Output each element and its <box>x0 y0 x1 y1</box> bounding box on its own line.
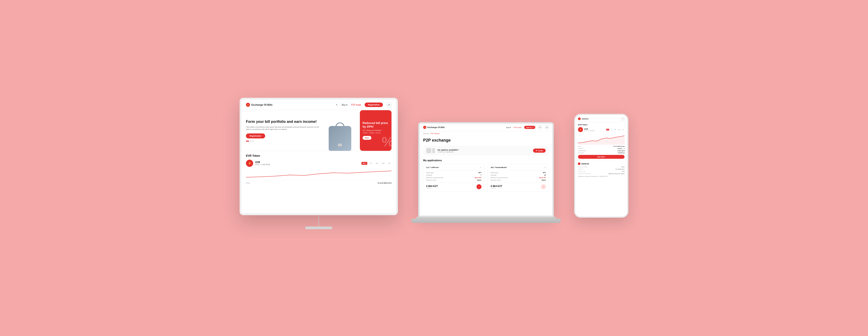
hero-reg-button[interactable]: Registration <box>246 133 265 138</box>
app-2-ext-icon[interactable]: ↗ <box>544 166 546 168</box>
evr-tab-1d[interactable]: 1D <box>387 162 392 165</box>
hero-title: Form your bill portfolio and earn income… <box>246 120 320 124</box>
mobile-circ-row: Circulation 15,000 Erd <box>578 152 625 154</box>
mobile-price-row: Price $ 13 (5 000 Scale) <box>578 146 625 147</box>
evr-tab-all[interactable]: ALL <box>362 162 367 165</box>
mobile-address: Addresses of offices and territories: +7… <box>578 176 625 177</box>
app-1-name: LLC "LiftProm" <box>426 166 439 168</box>
app-1-qty-row: Quantity 7 <box>426 174 482 176</box>
evr-info: EVR $ 13 = 1 000 RUB <box>255 161 359 166</box>
monitor-evr-section: EVR Token ⚡ EVR $ 13 = 1 000 RUB ALL 1Y … <box>241 151 396 189</box>
evr-price-row: Price $ 13 (5 800 KZT) <box>246 180 392 186</box>
bag-body <box>329 126 351 151</box>
monitor-logo: ⚡ Exchange Of Bills <box>246 103 273 107</box>
evr-chart <box>246 168 392 179</box>
app-card-1: LLC "LiftProm" ↗ Token type NFT Quantity… <box>423 164 485 192</box>
laptop-hinge <box>416 217 556 219</box>
user-badge: John D. ▾ <box>524 126 535 129</box>
logo-text: Exchange Of Bills <box>251 103 273 106</box>
mobile-screen: ⚡ GEDEON ✕ EVR Token ⚡ EVR $ 13 = 1 000 … <box>574 114 628 218</box>
laptop-base <box>411 219 561 223</box>
monitor-device: ⚡ Exchange Of Bills ↖ Buy ▾ P2P trade Re… <box>240 98 398 229</box>
app-1-price-sub: = $ 11.4 <box>426 188 438 189</box>
app-2-action-btn[interactable]: ↑ <box>541 184 546 189</box>
mobile-info-row-4: Stationary New Other Stationary about th… <box>578 173 625 174</box>
dot-2[interactable] <box>250 141 251 142</box>
evr-icon: ⚡ <box>246 160 253 167</box>
mobile-evr-data: Price $ 13 (5 000 Scale) Contract 0xf76n… <box>578 146 625 154</box>
mobile-evr-chart <box>578 133 625 145</box>
app-1-action-btn[interactable]: ↑ <box>476 184 482 189</box>
mobile-info-row-2: Protocol Erc Blockchain <box>578 168 625 170</box>
app-2-price: 4 964 KZT <box>491 185 502 188</box>
app-1-release-row: Release name Name <box>426 179 482 181</box>
app-card-2-header: JSC "GardenBuild" ↗ <box>491 166 546 170</box>
mobile-info-row-1: About the option None <box>578 166 625 168</box>
mobile-evr-icon: ⚡ <box>578 127 583 132</box>
mobile-logo-icon: ⚡ <box>578 117 581 120</box>
laptop-buy-link[interactable]: Buy ▾ <box>506 127 511 129</box>
laptop-navbar: ⚡ Exchange Of Bills Buy ▾ P2P trade John… <box>420 124 553 131</box>
laptop-device: ⚡ Exchange Of Bills Buy ▾ P2P trade John… <box>411 122 561 223</box>
hero-promo-card: Reduced bill price by 20%! JSC "Design a… <box>360 110 392 151</box>
evr-tabs: ALL 1Y 1M 1W 1D <box>362 162 392 165</box>
evr-tab-1w[interactable]: 1W <box>381 162 385 165</box>
mobile-tab-1y[interactable]: 1Y <box>610 129 613 131</box>
mobile-gedeon-logo <box>578 163 580 165</box>
mobile-device: ⚡ GEDEON ✕ EVR Token ⚡ EVR $ 13 = 1 000 … <box>574 114 628 218</box>
hero-left: Form your bill portfolio and earn income… <box>246 110 322 151</box>
mobile-gedeon-info: About the option None Protocol Erc Block… <box>578 166 625 174</box>
laptop-settings-btn[interactable]: ⊕ <box>545 125 549 129</box>
mobile-info-row-3: Other e-auth Any <box>578 171 625 172</box>
breadcrumb: Finance > P2P Finance <box>420 131 553 136</box>
dot-1[interactable] <box>246 141 249 142</box>
empty-block-1 <box>426 148 431 153</box>
mobile-gedeon-title: GEDEON <box>578 163 625 165</box>
mobile-evr-price: $ 13 = 1 000 KZT <box>584 130 595 131</box>
mobile-close-btn[interactable]: ✕ <box>621 117 625 120</box>
nav-lang-button[interactable]: EN <box>386 102 392 107</box>
mobile-cap-row: Capitalization 1 840 125 ₽ <box>578 150 625 152</box>
laptop-nav-links: Buy ▾ P2P trade John D. ▾ EN ⊕ <box>506 125 549 129</box>
bag-clasp <box>338 144 342 146</box>
mobile-tab-all[interactable]: All <box>606 129 609 131</box>
nav-buy-link[interactable]: Buy ▾ <box>342 104 347 106</box>
mobile-tab-1w[interactable]: 1W <box>617 129 621 131</box>
app-card-1-header: LLC "LiftProm" ↗ <box>426 166 482 170</box>
monitor-base <box>305 227 332 229</box>
monitor-hero: Form your bill portfolio and earn income… <box>241 110 396 151</box>
logo-icon: ⚡ <box>246 103 250 107</box>
app-1-income-row: Minimum annual income Up to 9% <box>426 177 482 178</box>
carousel-dots <box>246 141 320 142</box>
promo-more-button[interactable]: More <box>363 136 371 140</box>
mobile-evr-title: EVR Token <box>578 124 625 126</box>
monitor-nav-links: ↖ Buy ▾ P2P trade Registration EN <box>336 102 392 107</box>
laptop-p2p-link[interactable]: P2P trade <box>514 127 522 129</box>
mobile-logo-text: GEDEON <box>582 118 588 120</box>
hero-desc: Often sellers of promissory notes assure… <box>246 126 320 131</box>
create-button[interactable]: ⊕ Create <box>533 148 546 153</box>
app-2-qty-row: Quantity 15 <box>491 174 546 176</box>
nav-reg-button[interactable]: Registration <box>365 102 383 107</box>
monitor-screen: ⚡ Exchange Of Bills ↖ Buy ▾ P2P trade Re… <box>240 98 398 215</box>
evr-name: EVR <box>255 161 359 164</box>
price-label: Price <box>246 182 250 184</box>
empty-icon <box>426 148 435 153</box>
nav-p2p-link[interactable]: P2P trade <box>351 104 361 106</box>
cursor-icon: ↖ <box>336 104 338 106</box>
mobile-evr-section: EVR Token ⚡ EVR $ 13 = 1 000 KZT All 1Y … <box>575 122 627 161</box>
empty-text: No options available? Create your applic… <box>435 149 533 153</box>
dot-3[interactable] <box>252 141 254 142</box>
mobile-tab-1d[interactable]: 1D <box>621 129 625 131</box>
laptop-content: P2P exchange No options available? Creat… <box>420 136 553 194</box>
evr-tab-1y[interactable]: 1Y <box>369 162 373 165</box>
mobile-tab-1m[interactable]: 1M <box>614 129 617 131</box>
app-2-income-row: Minimum annual income Up to 4% <box>491 177 546 178</box>
mobile-buy-btn[interactable]: Buy token <box>578 155 625 159</box>
evr-tab-1m[interactable]: 1M <box>375 162 379 165</box>
app-1-ext-icon[interactable]: ↗ <box>480 166 482 168</box>
app-card-2: JSC "GardenBuild" ↗ Token type NFT Quant… <box>488 164 549 192</box>
laptop-lang[interactable]: EN <box>538 125 542 129</box>
app-1-price-row: 4 964 KZT = $ 11.4 ↑ <box>426 183 482 189</box>
empty-sub: Create your application <box>438 151 530 153</box>
